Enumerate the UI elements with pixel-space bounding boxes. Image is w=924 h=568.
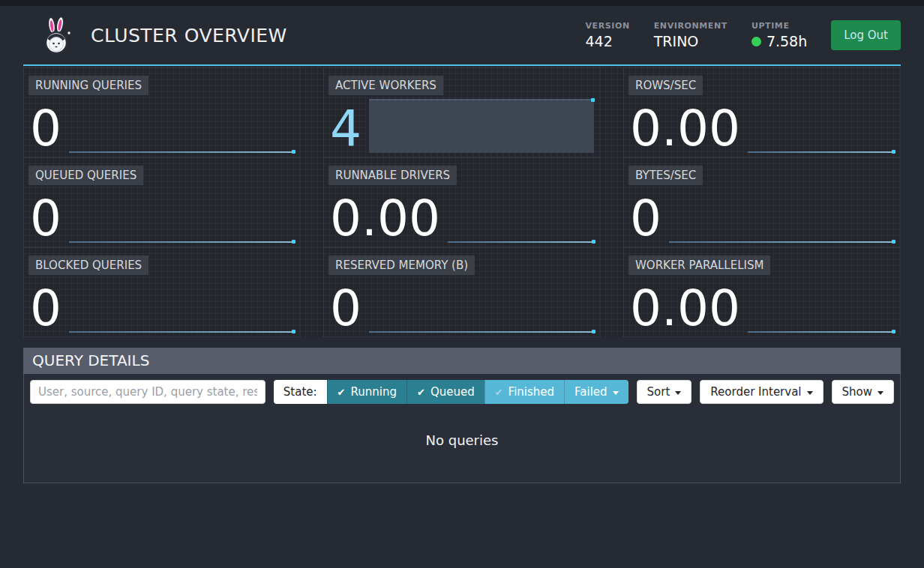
sparkline-endpoint-dot: [591, 98, 595, 102]
caret-down-icon: [613, 391, 619, 395]
tile-value: 4: [330, 105, 362, 154]
tile-label: RUNNING QUERIES: [28, 76, 148, 95]
environment-value: TRINO: [654, 33, 728, 49]
no-queries-message: No queries: [24, 410, 900, 483]
tile-label: WORKER PARALLELISM: [628, 256, 770, 275]
tile-label: RUNNABLE DRIVERS: [328, 166, 457, 185]
tile-queued-queries: QUEUED QUERIES 0: [23, 157, 301, 247]
tile-label: QUEUED QUERIES: [28, 166, 143, 185]
sparkline-endpoint-dot: [292, 240, 296, 244]
tile-runnable-drivers: RUNNABLE DRIVERS 0.00: [323, 157, 601, 247]
tile-running-queries: RUNNING QUERIES 0: [23, 67, 301, 157]
tile-bytes-per-sec: BYTES/SEC 0: [623, 157, 901, 247]
uptime-status-dot-icon: [752, 37, 761, 46]
sparkline-endpoint-dot: [892, 330, 896, 333]
check-icon: ✔: [338, 387, 346, 398]
caret-down-icon: [675, 391, 681, 395]
tile-active-workers: ACTIVE WORKERS 4: [323, 67, 601, 157]
sparkline-endpoint-dot: [892, 150, 896, 154]
state-filter-running-label: Running: [351, 385, 397, 399]
sparkline-chart: [748, 99, 897, 153]
caret-down-icon: [807, 391, 813, 395]
page-title: CLUSTER OVERVIEW: [91, 25, 287, 46]
uptime-stat: UPTIME 7.58h: [752, 21, 807, 49]
trino-bunny-logo: [40, 16, 74, 55]
tile-worker-parallelism: WORKER PARALLELISM 0.00: [623, 247, 901, 337]
sparkline-chart: [369, 279, 597, 333]
tile-blocked-queries: BLOCKED QUERIES 0: [23, 247, 301, 337]
reorder-interval-dropdown-button[interactable]: Reorder Interval: [700, 380, 823, 404]
sparkline-endpoint-dot: [292, 150, 296, 154]
show-label: Show: [842, 385, 872, 399]
uptime-value: 7.58h: [766, 33, 807, 49]
tile-label: BLOCKED QUERIES: [28, 256, 148, 275]
environment-label: ENVIRONMENT: [654, 21, 728, 31]
top-strip: [0, 0, 924, 6]
version-stat: VERSION 442: [585, 21, 629, 49]
sparkline-chart: [69, 99, 297, 153]
tile-value: 0: [30, 195, 62, 244]
sparkline-chart: [69, 279, 297, 333]
show-dropdown-button[interactable]: Show: [832, 380, 894, 404]
logout-button[interactable]: Log Out: [831, 20, 901, 50]
state-filter-failed-dropdown[interactable]: Failed: [564, 380, 628, 404]
query-search-input[interactable]: [30, 380, 266, 404]
tile-value: 0: [330, 285, 362, 333]
state-filter-queued-label: Queued: [430, 385, 475, 399]
query-details-heading: QUERY DETAILS: [23, 348, 901, 374]
sort-dropdown-button[interactable]: Sort: [637, 380, 692, 404]
sparkline-chart: [748, 279, 897, 333]
state-filter-finished[interactable]: ✔ Finished: [484, 380, 564, 404]
tile-value: 0.00: [630, 105, 740, 154]
sparkline-chart: [69, 189, 297, 243]
query-toolbar: State: ✔ Running ✔ Queued ✔ Finished Fa: [24, 374, 900, 410]
header: CLUSTER OVERVIEW VERSION 442 ENVIRONMENT…: [23, 6, 901, 66]
check-icon: ✔: [417, 387, 425, 398]
version-label: VERSION: [585, 21, 629, 31]
tile-reserved-memory: RESERVED MEMORY (B) 0: [323, 247, 601, 337]
sort-label: Sort: [647, 385, 670, 399]
state-filter-failed-label: Failed: [574, 385, 608, 399]
tile-label: ROWS/SEC: [628, 76, 703, 95]
header-right: VERSION 442 ENVIRONMENT TRINO UPTIME 7.5…: [585, 20, 901, 50]
sparkline-endpoint-dot: [892, 240, 896, 244]
tile-label: ACTIVE WORKERS: [328, 76, 443, 95]
sparkline-chart: [448, 189, 597, 243]
sparkline-endpoint-dot: [592, 240, 596, 244]
state-filter-running[interactable]: ✔ Running: [327, 380, 406, 404]
tile-value: 0.00: [630, 285, 740, 333]
sparkline-chart: [669, 189, 897, 243]
caret-down-icon: [878, 391, 884, 395]
tile-value: 0: [30, 285, 62, 333]
state-filter-group: State: ✔ Running ✔ Queued ✔ Finished Fa: [274, 380, 628, 404]
reorder-interval-label: Reorder Interval: [710, 385, 801, 399]
environment-stat: ENVIRONMENT TRINO: [654, 21, 728, 49]
version-value: 442: [585, 33, 629, 49]
state-filter-queued[interactable]: ✔ Queued: [406, 380, 484, 404]
tile-rows-per-sec: ROWS/SEC 0.00: [623, 67, 901, 157]
sparkline-chart: [369, 99, 597, 153]
tile-value: 0: [30, 105, 62, 154]
sparkline-endpoint-dot: [592, 330, 596, 333]
cluster-stats-dashboard: RUNNING QUERIES 0 ACTIVE WORKERS 4 ROWS/…: [23, 67, 901, 337]
sparkline-endpoint-dot: [292, 330, 296, 333]
tile-value: 0.00: [330, 195, 440, 244]
state-filter-label: State:: [274, 380, 327, 404]
state-filter-finished-label: Finished: [508, 385, 554, 399]
query-details-panel: QUERY DETAILS State: ✔ Running ✔ Queued …: [23, 348, 901, 483]
check-icon: ✔: [495, 387, 503, 398]
uptime-label: UPTIME: [752, 21, 807, 31]
tile-label: RESERVED MEMORY (B): [328, 256, 475, 275]
tile-value: 0: [630, 195, 662, 244]
tile-label: BYTES/SEC: [628, 166, 703, 185]
